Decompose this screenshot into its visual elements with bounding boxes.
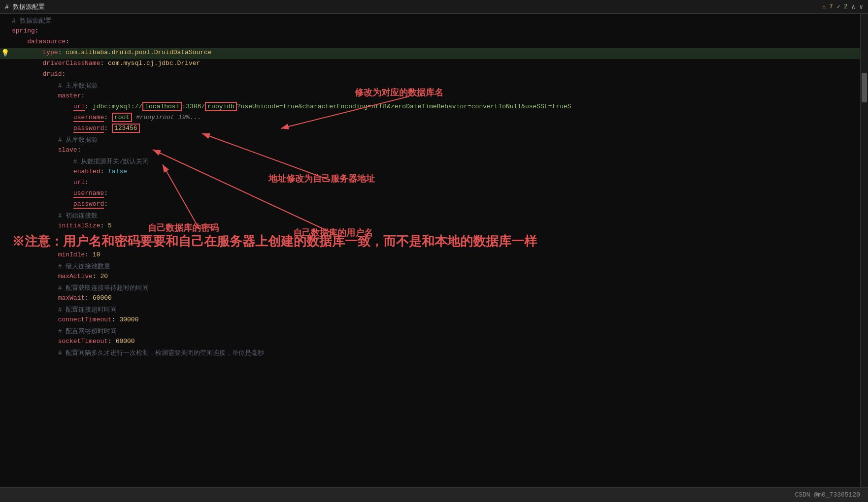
code-line-25: maxWait: 60000 — [0, 294, 860, 305]
code-line-14: # 从数据源开关/默认关闭 — [0, 157, 860, 167]
code-area: # 数据源配置 spring: datasource: 💡 type: com.… — [0, 14, 860, 487]
line-content-8: master: — [10, 92, 860, 99]
code-line-9: url: jdbc:mysql://localhost:3306/ruoyidb… — [0, 102, 860, 113]
line-content-9: url: jdbc:mysql://localhost:3306/ruoyidb… — [10, 103, 860, 110]
line-content-23: maxActive: 20 — [10, 273, 860, 280]
highlight-dbname: ruoyidb — [205, 102, 237, 111]
line-content-15: enabled: false — [10, 168, 860, 175]
code-line-8: master: — [0, 92, 860, 102]
code-line-10: username: root #ruoyiroot 19%... — [0, 113, 860, 124]
line-content-6: druid: — [10, 70, 860, 78]
line-content-20: initialSize: 5 — [10, 222, 860, 229]
code-line-21: minIdle: 10 — [0, 251, 860, 261]
file-title: # 数据源配置 — [5, 2, 45, 11]
line-content-24: # 配置获取连接等待超时的时间 — [10, 283, 860, 292]
notice-text: ※注意：用户名和密码要要和自己在服务器上创建的数据库一致，而不是和本地的数据库一… — [10, 233, 860, 250]
warning-badge: ⚠ 7 — [822, 3, 833, 10]
code-line-4: 💡 type: com.alibaba.druid.pool.DruidData… — [0, 48, 860, 59]
line-content-3: datasource: — [10, 38, 860, 45]
code-line-2: spring: — [0, 27, 860, 37]
line-content-5: driverClassName: com.mysql.cj.jdbc.Drive… — [10, 60, 860, 67]
highlight-localhost: localhost — [142, 102, 182, 111]
line-content-21: minIdle: 10 — [10, 251, 860, 258]
line-content-10: username: root #ruoyiroot 19%... — [10, 114, 860, 121]
code-line-16: url: — [0, 178, 860, 189]
line-content-22: # 最大连接池数量 — [10, 262, 860, 271]
code-line-28: # 配置网络超时时间 — [0, 326, 860, 337]
code-line-12: # 从库数据源 — [0, 135, 860, 146]
line-content-2: spring: — [10, 27, 860, 34]
line-content-19: # 初始连接数 — [10, 211, 860, 220]
code-line-29: socketTimeout: 60000 — [0, 337, 860, 348]
top-bar: # 数据源配置 ⚠ 7 ✓ 2 ∧ ∨ — [0, 0, 868, 14]
top-bar-right: ⚠ 7 ✓ 2 ∧ ∨ — [822, 3, 863, 11]
status-csdn: CSDN @m0_73365120 — [795, 491, 860, 499]
code-line-27: connectTimeout: 30000 — [0, 315, 860, 326]
line-content-30: # 配置间隔多久才进行一次检测，检测需要关闭的空闲连接，单位是毫秒 — [10, 348, 860, 357]
code-line-19: # 初始连接数 — [0, 211, 860, 221]
code-line-17: username: — [0, 189, 860, 200]
line-content-7: # 主库数据源 — [10, 81, 860, 90]
line-content-1: # 数据源配置 — [10, 16, 860, 25]
line-content-12: # 从库数据源 — [10, 135, 860, 144]
chevron-up-icon[interactable]: ∧ — [851, 3, 855, 11]
code-line-30: # 配置间隔多久才进行一次检测，检测需要关闭的空闲连接，单位是毫秒 — [0, 348, 860, 359]
line-content-4: type: com.alibaba.druid.pool.DruidDataSo… — [10, 49, 860, 56]
status-bar: CSDN @m0_73365120 — [0, 487, 868, 502]
highlight-username: root — [112, 113, 132, 122]
code-line-notice: ※注意：用户名和密码要要和自己在服务器上创建的数据库一致，而不是和本地的数据库一… — [0, 232, 860, 251]
check-badge: ✓ 2 — [837, 3, 848, 10]
code-line-22: # 最大连接池数量 — [0, 261, 860, 272]
line-content-27: connectTimeout: 30000 — [10, 316, 860, 323]
line-content-13: slave: — [10, 146, 860, 154]
code-line-23: maxActive: 20 — [0, 272, 860, 283]
code-line-18: password: — [0, 200, 860, 211]
line-content-11: password: 123456 — [10, 125, 860, 132]
line-content-25: maxWait: 60000 — [10, 294, 860, 302]
line-indicator-4: 💡 — [0, 49, 10, 57]
line-content-26: # 配置连接超时时间 — [10, 305, 860, 314]
code-line-7: # 主库数据源 — [0, 81, 860, 92]
scrollbar-thumb[interactable] — [862, 73, 867, 102]
line-content-16: url: — [10, 179, 860, 186]
line-content-28: # 配置网络超时时间 — [10, 327, 860, 336]
code-line-13: slave: — [0, 146, 860, 157]
code-line-3: datasource: — [0, 37, 860, 48]
code-line-15: enabled: false — [0, 167, 860, 178]
chevron-down-icon[interactable]: ∨ — [859, 3, 863, 11]
code-line-1: # 数据源配置 — [0, 16, 860, 27]
bulb-icon[interactable]: 💡 — [1, 49, 9, 57]
code-line-20: initialSize: 5 — [0, 221, 860, 232]
highlight-password: 123456 — [112, 124, 140, 133]
line-content-18: password: — [10, 200, 860, 208]
code-line-24: # 配置获取连接等待超时的时间 — [0, 283, 860, 294]
line-content-14: # 从数据源开关/默认关闭 — [10, 157, 860, 166]
line-content-29: socketTimeout: 60000 — [10, 338, 860, 345]
code-line-6: druid: — [0, 70, 860, 81]
code-line-26: # 配置连接超时时间 — [0, 305, 860, 315]
line-content-17: username: — [10, 189, 860, 197]
editor-container: # 数据源配置 ⚠ 7 ✓ 2 ∧ ∨ # 数据源配置 spring: data… — [0, 0, 868, 502]
vertical-scrollbar[interactable] — [860, 14, 868, 487]
code-line-11: password: 123456 — [0, 124, 860, 135]
code-line-5: driverClassName: com.mysql.cj.jdbc.Drive… — [0, 59, 860, 70]
